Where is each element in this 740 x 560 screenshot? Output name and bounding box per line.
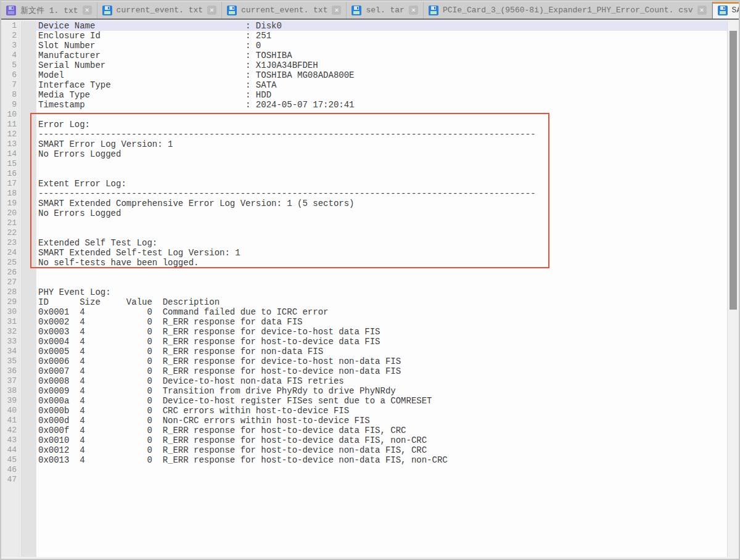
- tab-label: PCIe_Card_3_(9560-8i)_Expander1_PHY_Erro…: [443, 6, 693, 15]
- code-line-17: Extent Error Log:: [36, 179, 727, 189]
- close-icon[interactable]: ×: [332, 6, 341, 15]
- line-number: 5: [1, 60, 17, 70]
- line-number: 22: [1, 228, 17, 238]
- code-line-37: 0x0008 4 0 Device-to-host non-data FIS r…: [36, 376, 727, 386]
- line-number: 27: [1, 278, 17, 287]
- text-content[interactable]: Device Name : Disk0Enclosure Id : 251Slo…: [36, 21, 727, 557]
- line-number: 34: [1, 347, 17, 356]
- line-number: 13: [1, 139, 17, 149]
- close-icon[interactable]: ×: [83, 6, 92, 15]
- line-number: 17: [1, 179, 17, 189]
- tab-label: current_event. txt: [241, 6, 327, 15]
- floppy-saved-icon: [429, 6, 438, 15]
- line-number: 30: [1, 307, 17, 317]
- code-line-39: 0x000a 4 0 Device-to-host register FISes…: [36, 396, 727, 406]
- code-line-12: ----------------------------------------…: [36, 130, 727, 139]
- code-line-28: PHY Event Log:: [36, 287, 727, 297]
- vertical-scrollbar[interactable]: [727, 21, 739, 557]
- code-line-13: SMART Error Log Version: 1: [36, 139, 727, 149]
- line-number: 45: [1, 455, 17, 465]
- code-line-10: [36, 110, 727, 120]
- close-icon[interactable]: ×: [697, 6, 707, 15]
- line-number: 9: [1, 100, 17, 110]
- editor-window: 新文件 1. txt×current_event. txt×current_ev…: [0, 0, 740, 560]
- line-number: 33: [1, 337, 17, 347]
- code-line-19: SMART Extended Comprehensive Error Log V…: [36, 199, 727, 208]
- floppy-saved-icon: [227, 6, 237, 15]
- tab-3[interactable]: sel. tar×: [347, 2, 423, 19]
- line-number: 4: [1, 51, 17, 60]
- line-number: 6: [1, 70, 17, 80]
- code-line-33: 0x0004 4 0 R_ERR response for host-to-de…: [36, 337, 727, 347]
- code-line-43: 0x0010 4 0 R_ERR response for host-to-de…: [36, 435, 727, 445]
- tab-1[interactable]: current_event. txt×: [97, 2, 222, 19]
- line-number: 32: [1, 327, 17, 337]
- line-number: 46: [1, 465, 17, 475]
- line-number: 42: [1, 426, 17, 435]
- code-line-47: [36, 475, 727, 485]
- line-number: 15: [1, 159, 17, 169]
- tab-0[interactable]: 新文件 1. txt×: [1, 2, 97, 19]
- code-line-26: [36, 268, 727, 278]
- code-line-41: 0x000d 4 0 Non-CRC errors within host-to…: [36, 416, 727, 426]
- code-line-3: Slot Number : 0: [36, 41, 727, 51]
- tab-4[interactable]: PCIe_Card_3_(9560-8i)_Expander1_PHY_Erro…: [424, 2, 712, 19]
- code-line-7: Interface Type : SATA: [36, 80, 727, 90]
- code-line-45: 0x0013 4 0 R_ERR response for host-to-de…: [36, 455, 727, 465]
- line-number: 11: [1, 120, 17, 130]
- line-number: 16: [1, 169, 17, 179]
- line-number: 26: [1, 268, 17, 278]
- line-number: 40: [1, 406, 17, 416]
- line-number: 19: [1, 199, 17, 208]
- line-number: 35: [1, 356, 17, 366]
- line-number: 25: [1, 258, 17, 268]
- floppy-modified-icon: [6, 6, 16, 15]
- floppy-saved-icon: [102, 6, 112, 15]
- close-icon[interactable]: ×: [409, 6, 418, 15]
- floppy-saved-icon: [718, 6, 728, 15]
- line-number: 1: [1, 21, 17, 31]
- code-line-29: ID Size Value Description: [36, 297, 727, 307]
- tab-active-5[interactable]: SATA_Log×: [712, 2, 740, 19]
- scrollbar-thumb[interactable]: [730, 31, 737, 310]
- code-line-30: 0x0001 4 0 Command failed due to ICRC er…: [36, 307, 727, 317]
- code-line-46: [36, 465, 727, 475]
- editor-area[interactable]: 1234567891011121314151617181920212223242…: [1, 21, 739, 557]
- tab-label: SATA_Log: [732, 6, 740, 15]
- code-line-38: 0x0009 4 0 Transition from drive PhyRdy …: [36, 386, 727, 396]
- code-line-34: 0x0005 4 0 R_ERR response for non-data F…: [36, 347, 727, 356]
- line-number: 39: [1, 396, 17, 406]
- line-number: 36: [1, 366, 17, 376]
- tab-label: 新文件 1. txt: [20, 5, 78, 16]
- line-number: 37: [1, 376, 17, 386]
- line-number: 14: [1, 149, 17, 159]
- tab-2[interactable]: current_event. txt×: [222, 2, 347, 19]
- line-number: 18: [1, 189, 17, 199]
- code-line-27: [36, 278, 727, 287]
- line-number: 38: [1, 386, 17, 396]
- line-number: 29: [1, 297, 17, 307]
- line-number: 47: [1, 475, 17, 485]
- code-line-35: 0x0006 4 0 R_ERR response for device-to-…: [36, 356, 727, 366]
- tab-label: sel. tar: [366, 6, 404, 15]
- code-line-31: 0x0002 4 0 R_ERR response for data FIS: [36, 317, 727, 327]
- code-line-1: Device Name : Disk0: [36, 21, 727, 31]
- bookmark-margin: [20, 21, 36, 557]
- code-line-15: [36, 159, 727, 169]
- code-line-11: Error Log:: [36, 120, 727, 130]
- code-line-36: 0x0007 4 0 R_ERR response for host-to-de…: [36, 366, 727, 376]
- line-number: 31: [1, 317, 17, 327]
- line-number: 20: [1, 208, 17, 218]
- line-number-gutter: 1234567891011121314151617181920212223242…: [1, 21, 20, 557]
- line-number: 8: [1, 90, 17, 100]
- code-line-23: Extended Self Test Log:: [36, 238, 727, 248]
- close-icon[interactable]: ×: [207, 6, 216, 15]
- line-number: 2: [1, 31, 17, 41]
- line-number: 44: [1, 445, 17, 455]
- code-line-5: Serial Number : X1J0A34BFDEH: [36, 60, 727, 70]
- code-line-21: [36, 218, 727, 228]
- code-line-25: No self-tests have been logged.: [36, 258, 727, 268]
- code-line-16: [36, 169, 727, 179]
- line-number: 28: [1, 287, 17, 297]
- code-line-2: Enclosure Id : 251: [36, 31, 727, 41]
